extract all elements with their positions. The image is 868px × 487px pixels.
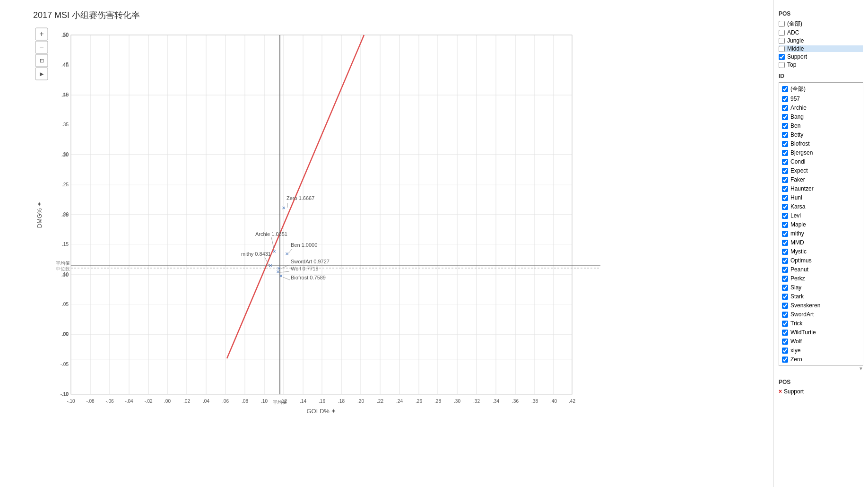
id-checkbox-26[interactable]: [782, 321, 788, 327]
svg-text:.26: .26: [416, 399, 422, 404]
id-checkbox-30[interactable]: [782, 357, 788, 363]
id-checkbox-11[interactable]: [782, 186, 788, 192]
id-filter-Hauntzer[interactable]: Hauntzer: [779, 185, 863, 192]
id-filter-Trick[interactable]: Trick: [779, 320, 863, 327]
id-checkbox-13[interactable]: [782, 204, 788, 210]
id-checkbox-20[interactable]: [782, 267, 788, 273]
svg-text:.08: .08: [242, 399, 248, 404]
id-checkbox-6[interactable]: [782, 141, 788, 147]
id-label-26: Trick: [790, 320, 803, 327]
id-checkbox-10[interactable]: [782, 177, 788, 183]
id-filter-mithy[interactable]: mithy: [779, 230, 863, 237]
id-filter-SwordArt[interactable]: SwordArt: [779, 311, 863, 318]
id-checkbox-12[interactable]: [782, 195, 788, 201]
id-checkbox-16[interactable]: [782, 231, 788, 237]
pos-checkbox-2[interactable]: [779, 38, 785, 44]
svg-text:.02: .02: [183, 399, 190, 404]
pos-filter-[interactable]: (全部): [779, 20, 863, 28]
svg-text:.50: .50: [62, 32, 69, 37]
id-filter-MMD[interactable]: MMD: [779, 239, 863, 246]
id-checkbox-21[interactable]: [782, 276, 788, 282]
pos-checkbox-5[interactable]: [779, 62, 785, 68]
id-checkbox-27[interactable]: [782, 330, 788, 336]
id-filter-Bang[interactable]: Bang: [779, 113, 863, 121]
id-filter-Peanut[interactable]: Peanut: [779, 266, 863, 273]
id-filter-Stark[interactable]: Stark: [779, 293, 863, 300]
id-label-3: Bang: [790, 113, 804, 120]
id-label-17: MMD: [790, 239, 804, 246]
id-checkbox-14[interactable]: [782, 213, 788, 219]
pos-checkbox-0[interactable]: [779, 21, 785, 27]
svg-text:.10: .10: [261, 399, 268, 404]
id-checkbox-9[interactable]: [782, 168, 788, 174]
pos-checkbox-1[interactable]: [779, 30, 785, 36]
chart-container: + − ⊡ ▶: [33, 26, 600, 437]
archie-label: Archie 1.0351: [255, 231, 287, 237]
id-checkbox-0[interactable]: [782, 86, 788, 92]
id-filter-Bjergsen[interactable]: Bjergsen: [779, 149, 863, 157]
y-median-label: 中位数: [56, 266, 70, 271]
id-filter-xiye[interactable]: xiye: [779, 347, 863, 354]
id-filter-Condi[interactable]: Condi: [779, 158, 863, 165]
pos-filter-Top[interactable]: Top: [779, 61, 863, 68]
pos-filter-Middle[interactable]: Middle: [779, 45, 863, 52]
id-filter-Mystic[interactable]: Mystic: [779, 248, 863, 255]
id-checkbox-17[interactable]: [782, 240, 788, 246]
id-filter-Wolf[interactable]: Wolf: [779, 338, 863, 345]
id-checkbox-4[interactable]: [782, 123, 788, 129]
id-filter-Faker[interactable]: Faker: [779, 176, 863, 183]
id-label-14: Levi: [790, 212, 801, 219]
id-filter-Optimus[interactable]: Optimus: [779, 257, 863, 264]
id-filter-Zero[interactable]: Zero: [779, 356, 863, 363]
id-filter-Archie[interactable]: Archie: [779, 104, 863, 112]
id-label-29: xiye: [790, 347, 800, 354]
id-checkbox-19[interactable]: [782, 258, 788, 264]
id-checkbox-25[interactable]: [782, 312, 788, 318]
id-filter-Huni[interactable]: Huni: [779, 194, 863, 201]
id-label-16: mithy: [790, 230, 804, 237]
id-checkbox-22[interactable]: [782, 285, 788, 291]
id-filter-Levi[interactable]: Levi: [779, 212, 863, 219]
pos-filter-Support[interactable]: Support: [779, 53, 863, 60]
id-filter-Slay[interactable]: Slay: [779, 284, 863, 291]
id-filter-Ben[interactable]: Ben: [779, 122, 863, 130]
svg-text:-.08: -.08: [86, 399, 95, 404]
svg-text:.42: .42: [569, 399, 575, 404]
id-label-4: Ben: [790, 122, 800, 129]
id-filter-Expect[interactable]: Expect: [779, 167, 863, 174]
id-filter-Biofrost[interactable]: Biofrost: [779, 140, 863, 148]
id-checkbox-3[interactable]: [782, 114, 788, 120]
svg-text:.45: .45: [62, 62, 69, 67]
pos-label-0: (全部): [787, 20, 802, 28]
pos-section-title: POS: [779, 10, 863, 17]
id-checkbox-8[interactable]: [782, 159, 788, 165]
id-checkbox-1[interactable]: [782, 96, 788, 102]
id-checkbox-15[interactable]: [782, 222, 788, 228]
id-checkbox-28[interactable]: [782, 339, 788, 345]
id-filter-Karsa[interactable]: Karsa: [779, 203, 863, 210]
id-filter-Maple[interactable]: Maple: [779, 221, 863, 228]
id-checkbox-24[interactable]: [782, 303, 788, 309]
pos-filter-ADC[interactable]: ADC: [779, 29, 863, 36]
id-filter-Betty[interactable]: Betty: [779, 131, 863, 139]
id-filter-Perkz[interactable]: Perkz: [779, 275, 863, 282]
ben-point: ×: [285, 250, 289, 257]
id-checkbox-23[interactable]: [782, 294, 788, 300]
id-filter-[interactable]: (全部): [779, 85, 863, 94]
id-checkbox-5[interactable]: [782, 132, 788, 138]
id-checkbox-7[interactable]: [782, 150, 788, 156]
pos-checkbox-3[interactable]: [779, 46, 785, 52]
id-label-28: Wolf: [790, 338, 802, 345]
id-checkbox-2[interactable]: [782, 105, 788, 111]
id-filter-Svenskeren[interactable]: Svenskeren: [779, 302, 863, 309]
pos-filter-Jungle[interactable]: Jungle: [779, 37, 863, 44]
id-filter-WildTurtle[interactable]: WildTurtle: [779, 329, 863, 336]
id-filter-957[interactable]: 957: [779, 95, 863, 103]
id-label-6: Biofrost: [790, 140, 810, 147]
id-label-5: Betty: [790, 131, 803, 138]
id-checkbox-18[interactable]: [782, 249, 788, 255]
svg-text:.35: .35: [62, 122, 69, 127]
id-checkbox-29[interactable]: [782, 348, 788, 354]
svg-text:.06: .06: [222, 399, 229, 404]
pos-checkbox-4[interactable]: [779, 54, 785, 60]
